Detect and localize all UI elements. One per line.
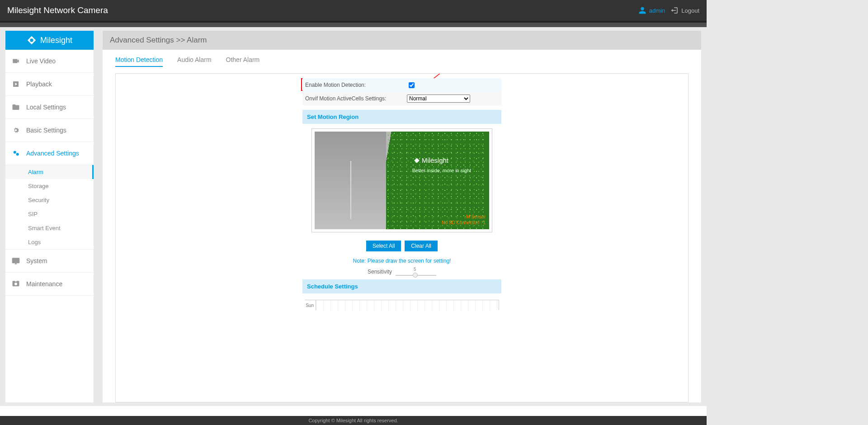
enable-motion-label: Enable Motion Detection: — [305, 82, 407, 88]
settings-panel: Enable Motion Detection: Onvif Motion Ac… — [302, 78, 501, 402]
region-button-row: Select All Clear All — [302, 241, 501, 251]
schedule-row[interactable] — [316, 300, 499, 310]
schedule-day-sun: Sun — [305, 300, 316, 310]
brand-logo-icon — [27, 35, 37, 45]
draw-note: Note: Please draw the screen for setting… — [302, 258, 501, 264]
select-all-button[interactable]: Select All — [366, 241, 401, 251]
nav-advanced-settings[interactable]: Advanced Settings — [5, 142, 94, 165]
tab-other-alarm[interactable]: Other Alarm — [226, 56, 260, 67]
nav-basic-settings-label: Basic Settings — [26, 127, 66, 134]
section-motion-region: Set Motion Region — [302, 110, 501, 124]
nav-system-label: System — [26, 257, 47, 264]
nav-sub-security[interactable]: Security — [5, 193, 94, 207]
main-layout: Milesight Live Video Playback Local Sett… — [0, 27, 707, 402]
play-icon — [12, 80, 20, 88]
sidebar: Milesight Live Video Playback Local Sett… — [5, 31, 94, 402]
camera-maint-icon — [12, 280, 20, 288]
monitor-icon — [12, 257, 20, 265]
section-schedule: Schedule Settings — [302, 279, 501, 293]
video-brand-overlay: Milesight — [414, 156, 448, 164]
nav-maintenance[interactable]: Maintenance — [5, 273, 94, 296]
row-enable-motion: Enable Motion Detection: — [302, 78, 501, 92]
folder-icon — [12, 103, 20, 111]
clear-all-button[interactable]: Clear All — [405, 241, 438, 251]
nav-sub-smart-event[interactable]: Smart Event — [5, 221, 94, 235]
video-preview: Milesight Better inside, more in sight M… — [315, 132, 489, 229]
brand-name: Milesight — [40, 36, 72, 45]
nav-local-settings[interactable]: Local Settings — [5, 96, 94, 119]
nav-sub-storage[interactable]: Storage — [5, 179, 94, 193]
sensitivity-row: Sensitivity 5 — [302, 269, 501, 275]
nav-maintenance-label: Maintenance — [26, 280, 62, 288]
tab-audio-alarm[interactable]: Audio Alarm — [177, 56, 211, 67]
tab-motion-detection[interactable]: Motion Detection — [115, 56, 163, 67]
user-icon — [638, 6, 646, 14]
logout-button[interactable]: Logout — [670, 6, 699, 14]
nav-local-settings-label: Local Settings — [26, 104, 66, 111]
sensitivity-value: 5 — [414, 267, 416, 272]
scroll-area[interactable]: Enable Motion Detection: Onvif Motion Ac… — [116, 74, 688, 402]
nav-playback-label: Playback — [26, 80, 52, 88]
nav-sub-logs[interactable]: Logs — [5, 235, 94, 249]
camera-icon — [12, 57, 20, 65]
brand-logo: Milesight — [5, 31, 94, 50]
top-strip — [0, 23, 707, 27]
onvif-label: Onvif Motion ActiveCells Settings: — [305, 95, 407, 102]
top-bar: Milesight Network Camera admin Logout — [0, 0, 707, 23]
content-panel: Advanced Settings >> Alarm Motion Detect… — [103, 31, 701, 402]
gear-icon — [12, 126, 20, 134]
logout-label: Logout — [681, 7, 699, 14]
row-onvif: Onvif Motion ActiveCells Settings: Norma… — [302, 92, 501, 105]
nav-basic-settings[interactable]: Basic Settings — [5, 119, 94, 142]
footer: Copyright © Milesight All rights reserve… — [0, 416, 707, 425]
video-status-overlay: M Sensor No SD Connection : 1 — [442, 214, 486, 226]
current-user[interactable]: admin — [638, 6, 665, 14]
breadcrumb: Advanced Settings >> Alarm — [103, 31, 701, 50]
nav-live-video-label: Live Video — [26, 57, 56, 65]
nav-live-video[interactable]: Live Video — [5, 50, 94, 73]
user-name: admin — [649, 7, 665, 14]
schedule-grid[interactable]: Sun — [305, 300, 499, 310]
video-door — [315, 132, 386, 229]
logout-icon — [670, 6, 679, 14]
slider-thumb[interactable] — [413, 273, 418, 278]
nav-playback[interactable]: Playback — [5, 73, 94, 96]
motion-region-canvas[interactable]: Milesight Better inside, more in sight M… — [311, 128, 492, 232]
nav-sub-alarm[interactable]: Alarm — [5, 165, 94, 179]
nav-system[interactable]: System — [5, 249, 94, 273]
gears-icon — [12, 149, 20, 157]
onvif-select[interactable]: Normal — [407, 94, 470, 103]
inner-panel: Enable Motion Detection: Onvif Motion Ac… — [115, 73, 689, 402]
nav-sub-sip[interactable]: SIP — [5, 207, 94, 221]
enable-motion-checkbox[interactable] — [409, 82, 415, 88]
app-title: Milesight Network Camera — [7, 5, 108, 15]
sensitivity-label: Sensitivity — [368, 269, 392, 275]
tab-bar: Motion Detection Audio Alarm Other Alarm — [103, 50, 701, 67]
sensitivity-slider[interactable]: 5 — [396, 271, 436, 272]
nav-list: Live Video Playback Local Settings Basic… — [5, 50, 94, 296]
nav-advanced-settings-label: Advanced Settings — [26, 150, 79, 157]
video-tagline: Better inside, more in sight — [412, 168, 471, 173]
